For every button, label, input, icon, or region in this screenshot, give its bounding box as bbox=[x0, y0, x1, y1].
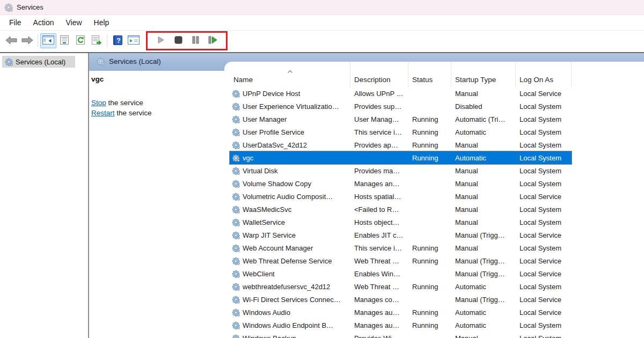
service-startup-type: Manual (Trigg… bbox=[451, 229, 516, 241]
column-header-name[interactable]: Name bbox=[230, 62, 350, 87]
service-name: UPnP Device Host bbox=[243, 90, 300, 98]
column-label: Startup Type bbox=[455, 76, 496, 84]
column-header-log-on-as[interactable]: Log On As bbox=[516, 62, 572, 87]
service-log-on-as: Local Service bbox=[516, 190, 572, 203]
menu-help[interactable]: Help bbox=[88, 16, 115, 29]
properties-button[interactable] bbox=[56, 33, 72, 48]
service-startup-type: Automatic bbox=[451, 151, 516, 164]
service-row[interactable]: Wi-Fi Direct Services Connec… Manages co… bbox=[230, 293, 572, 306]
service-name: Virtual Disk bbox=[243, 167, 278, 175]
service-row[interactable]: Web Threat Defense Service Web Threat … … bbox=[230, 254, 572, 267]
service-row[interactable]: Volume Shadow Copy Manages an… Manual Lo… bbox=[230, 177, 572, 190]
cell-name: Wi-Fi Direct Services Connec… bbox=[230, 293, 350, 306]
menu-view[interactable]: View bbox=[60, 16, 87, 29]
service-gear-icon bbox=[232, 167, 240, 175]
service-name: User Manager bbox=[243, 115, 287, 123]
service-gear-icon bbox=[232, 308, 240, 317]
tree-item-services-local[interactable]: Services (Local) bbox=[2, 56, 75, 68]
service-log-on-as: Local Service bbox=[516, 306, 572, 319]
cell-name: Web Account Manager bbox=[230, 241, 350, 254]
service-gear-icon bbox=[232, 180, 240, 188]
stop-service-link[interactable]: Stop bbox=[91, 99, 106, 107]
service-startup-type: Manual (Trigg… bbox=[451, 293, 516, 306]
service-row[interactable]: User Experience Virtualizatio… Provides … bbox=[230, 100, 572, 113]
service-description: Provides sup… bbox=[350, 100, 408, 113]
service-description: This service i… bbox=[350, 126, 408, 138]
service-status bbox=[408, 100, 451, 113]
cell-name: User Experience Virtualizatio… bbox=[230, 100, 350, 113]
service-row[interactable]: WalletService Hosts object… Manual Local… bbox=[230, 216, 572, 229]
column-header-startup-type[interactable]: Startup Type bbox=[451, 62, 516, 87]
service-row[interactable]: webthreatdefusersvc_42d12 Web Threat … R… bbox=[230, 280, 572, 293]
service-row[interactable]: vgc Running Automatic Local System bbox=[230, 151, 572, 164]
service-gear-icon bbox=[232, 90, 240, 98]
service-row[interactable]: UPnP Device Host Allows UPnP … Manual Lo… bbox=[230, 87, 572, 100]
back-button[interactable] bbox=[3, 33, 19, 48]
service-startup-type: Automatic bbox=[451, 319, 516, 332]
show-extended-view-button[interactable] bbox=[126, 33, 142, 48]
service-row[interactable]: User Manager User Manag… Running Automat… bbox=[230, 113, 572, 126]
service-row[interactable]: UserDataSvc_42d12 Provides ap… Running M… bbox=[230, 138, 572, 151]
service-description: Manages co… bbox=[350, 293, 408, 306]
restart-service-button[interactable] bbox=[204, 33, 221, 48]
cell-name: Warp JIT Service bbox=[230, 229, 350, 241]
pause-service-button[interactable] bbox=[187, 33, 203, 48]
service-gear-icon bbox=[232, 128, 240, 136]
window-title: Services bbox=[17, 3, 43, 11]
service-log-on-as: Local System bbox=[516, 319, 572, 332]
service-row[interactable]: Windows Backup Provides Wi… Manual Local… bbox=[230, 332, 572, 338]
stop-service-button[interactable] bbox=[170, 33, 186, 48]
service-status bbox=[408, 87, 451, 100]
service-status: Running bbox=[408, 319, 451, 332]
service-row[interactable]: Web Account Manager This service i… Runn… bbox=[230, 241, 572, 254]
service-name: WebClient bbox=[243, 270, 275, 278]
show-console-tree-button[interactable] bbox=[40, 33, 56, 48]
console-tree-icon bbox=[42, 35, 54, 46]
service-row[interactable]: Virtual Disk Provides ma… Manual Local S… bbox=[230, 164, 572, 177]
service-row[interactable]: Windows Audio Manages au… Running Automa… bbox=[230, 306, 572, 319]
menu-file[interactable]: File bbox=[3, 16, 27, 29]
main-content: Services (Local) Services (Local) vgc bbox=[0, 52, 644, 338]
service-status: Running bbox=[408, 306, 451, 319]
cell-name: WebClient bbox=[230, 267, 350, 280]
menu-bar: File Action View Help bbox=[0, 15, 644, 31]
service-description: User Manag… bbox=[350, 113, 408, 126]
title-bar: Services bbox=[0, 0, 644, 15]
service-gear-icon bbox=[232, 218, 240, 226]
panel-header-label: Services (Local) bbox=[109, 57, 161, 65]
export-list-icon bbox=[91, 35, 102, 46]
menu-action[interactable]: Action bbox=[27, 16, 60, 29]
service-row[interactable]: WaaSMedicSvc <Failed to R… Manual Local … bbox=[230, 203, 572, 216]
service-gear-icon bbox=[232, 102, 240, 111]
service-row[interactable]: Warp JIT Service Enables JIT c… Manual (… bbox=[230, 229, 572, 241]
service-status: Running bbox=[408, 241, 451, 254]
service-startup-type: Manual bbox=[451, 138, 516, 151]
service-gear-icon bbox=[232, 257, 240, 265]
service-description: Allows UPnP … bbox=[350, 87, 408, 100]
service-description: Manages au… bbox=[350, 319, 408, 332]
service-name: UserDataSvc_42d12 bbox=[243, 141, 307, 149]
extended-view-icon bbox=[128, 35, 140, 46]
restart-service-link[interactable]: Restart bbox=[91, 109, 115, 117]
stop-icon bbox=[174, 36, 182, 46]
forward-button[interactable] bbox=[19, 33, 35, 48]
service-row[interactable]: WebClient Enables Win… Manual (Trigg… Lo… bbox=[230, 267, 572, 280]
service-row[interactable]: User Profile Service This service i… Run… bbox=[230, 126, 572, 138]
cell-name: Windows Backup bbox=[230, 332, 350, 338]
service-startup-type: Disabled bbox=[451, 100, 516, 113]
service-description: Provides Wi… bbox=[350, 332, 408, 338]
export-list-button[interactable] bbox=[89, 33, 105, 48]
help-button[interactable]: ? bbox=[109, 33, 126, 48]
services-gear-icon bbox=[5, 58, 13, 66]
table-header: Name Description Status Startup Type Log… bbox=[230, 62, 644, 87]
refresh-button[interactable] bbox=[72, 33, 89, 48]
column-label: Description bbox=[354, 76, 391, 84]
service-status: Running bbox=[408, 138, 451, 151]
start-service-button[interactable] bbox=[153, 33, 169, 48]
service-row[interactable]: Windows Audio Endpoint B… Manages au… Ru… bbox=[230, 319, 572, 332]
service-name: Volume Shadow Copy bbox=[243, 180, 311, 188]
column-header-description[interactable]: Description bbox=[350, 62, 408, 87]
service-status bbox=[408, 229, 451, 241]
column-header-status[interactable]: Status bbox=[408, 62, 451, 87]
service-row[interactable]: Volumetric Audio Composit… Hosts spatial… bbox=[230, 190, 572, 203]
